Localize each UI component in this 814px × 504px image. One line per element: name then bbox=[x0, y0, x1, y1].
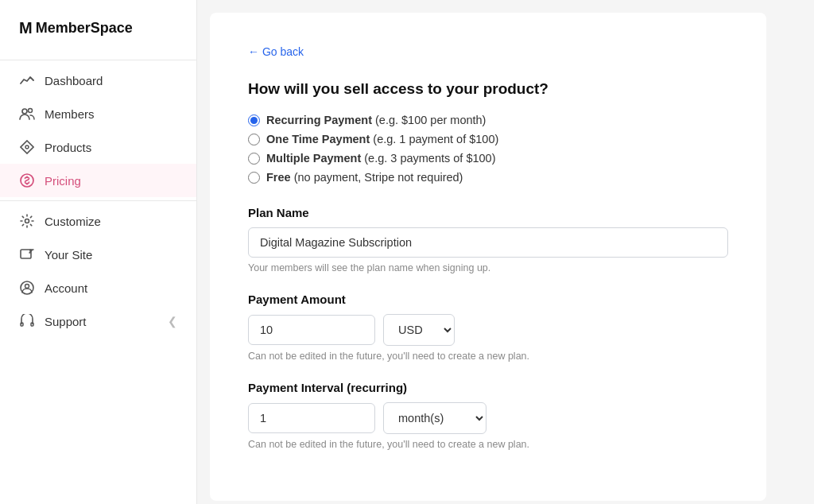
sidebar-divider-mid bbox=[0, 200, 196, 201]
svg-point-2 bbox=[25, 145, 29, 149]
payment-amount-label: Payment Amount bbox=[248, 293, 728, 306]
sidebar-item-dashboard[interactable]: Dashboard bbox=[0, 64, 196, 97]
radio-free-input[interactable] bbox=[248, 172, 260, 184]
sidebar-item-members[interactable]: Members bbox=[0, 97, 196, 130]
payment-interval-group: Payment Interval (recurring) month(s) we… bbox=[248, 381, 728, 450]
plan-name-input[interactable] bbox=[248, 227, 728, 258]
main-content: ← Go back How will you sell access to yo… bbox=[197, 0, 814, 504]
plan-name-label: Plan Name bbox=[248, 206, 728, 219]
sidebar-label-support: Support bbox=[45, 315, 87, 328]
sidebar: Μ MemberSpace Dashboard Members bbox=[0, 0, 197, 504]
svg-point-0 bbox=[22, 109, 27, 114]
brand-name: MemberSpace bbox=[36, 20, 133, 37]
customize-icon bbox=[19, 213, 35, 229]
brand-logo: Μ MemberSpace bbox=[0, 16, 196, 56]
sidebar-label-your-site: Your Site bbox=[45, 248, 92, 262]
sidebar-label-pricing: Pricing bbox=[45, 174, 81, 188]
support-icon bbox=[19, 313, 35, 329]
interval-hint: Can not be edited in the future, you'll … bbox=[248, 439, 728, 450]
payment-interval-row: month(s) week(s) year(s) bbox=[248, 402, 728, 434]
svg-rect-5 bbox=[21, 250, 31, 258]
interval-value-input[interactable] bbox=[248, 403, 375, 433]
sidebar-label-account: Account bbox=[45, 281, 87, 295]
radio-multiple-label: Multiple Payment (e.g. 3 payments of $10… bbox=[266, 152, 496, 165]
page-title: How will you sell access to your product… bbox=[248, 80, 728, 98]
currency-select[interactable]: USD EUR GBP CAD AUD bbox=[383, 314, 455, 346]
radio-one-time[interactable]: One Time Payment (e.g. 1 payment of $100… bbox=[248, 133, 728, 145]
payment-interval-label: Payment Interval (recurring) bbox=[248, 381, 728, 394]
sidebar-item-your-site[interactable]: Your Site bbox=[0, 238, 196, 271]
payment-amount-group: Payment Amount USD EUR GBP CAD AUD Can n… bbox=[248, 293, 728, 362]
radio-multiple[interactable]: Multiple Payment (e.g. 3 payments of $10… bbox=[248, 152, 728, 165]
svg-point-7 bbox=[25, 285, 29, 289]
interval-select[interactable]: month(s) week(s) year(s) bbox=[383, 402, 486, 434]
radio-one-time-label: One Time Payment (e.g. 1 payment of $100… bbox=[266, 133, 498, 145]
sidebar-item-products[interactable]: Products bbox=[0, 130, 196, 164]
radio-recurring-input[interactable] bbox=[248, 114, 260, 126]
sidebar-label-members: Members bbox=[45, 107, 95, 121]
sidebar-item-customize[interactable]: Customize bbox=[0, 204, 196, 238]
pricing-icon bbox=[19, 173, 35, 188]
payment-type-group: Recurring Payment (e.g. $100 per month) … bbox=[248, 114, 728, 184]
products-icon bbox=[19, 139, 35, 155]
radio-free[interactable]: Free (no payment, Stripe not required) bbox=[248, 171, 728, 184]
svg-point-4 bbox=[25, 219, 29, 223]
radio-multiple-input[interactable] bbox=[248, 153, 260, 165]
your-site-icon bbox=[19, 246, 35, 262]
sidebar-nav: Dashboard Members Products bbox=[0, 64, 196, 338]
payment-amount-hint: Can not be edited in the future, you'll … bbox=[248, 351, 728, 362]
sidebar-divider-top bbox=[0, 60, 196, 60]
plan-name-hint: Your members will see the plan name when… bbox=[248, 262, 728, 273]
sidebar-label-products: Products bbox=[45, 141, 91, 154]
sidebar-label-customize: Customize bbox=[45, 215, 101, 228]
content-card: ← Go back How will you sell access to yo… bbox=[210, 13, 766, 501]
radio-recurring[interactable]: Recurring Payment (e.g. $100 per month) bbox=[248, 114, 728, 126]
sidebar-item-account[interactable]: Account bbox=[0, 271, 196, 304]
collapse-icon: ❮ bbox=[168, 315, 177, 328]
svg-point-1 bbox=[29, 109, 33, 113]
sidebar-label-dashboard: Dashboard bbox=[45, 74, 103, 87]
go-back-link[interactable]: ← Go back bbox=[248, 45, 304, 58]
sidebar-item-support[interactable]: Support ❮ bbox=[0, 304, 196, 338]
account-icon bbox=[19, 280, 35, 296]
sidebar-item-pricing[interactable]: Pricing bbox=[0, 164, 196, 197]
radio-recurring-label: Recurring Payment (e.g. $100 per month) bbox=[266, 114, 486, 126]
payment-amount-input[interactable] bbox=[248, 315, 375, 345]
payment-amount-row: USD EUR GBP CAD AUD bbox=[248, 314, 728, 346]
plan-name-group: Plan Name Your members will see the plan… bbox=[248, 206, 728, 273]
radio-one-time-input[interactable] bbox=[248, 134, 260, 145]
logo-icon: Μ bbox=[19, 19, 33, 37]
members-icon bbox=[19, 106, 35, 122]
dashboard-icon bbox=[19, 72, 35, 88]
radio-free-label: Free (no payment, Stripe not required) bbox=[266, 171, 463, 184]
